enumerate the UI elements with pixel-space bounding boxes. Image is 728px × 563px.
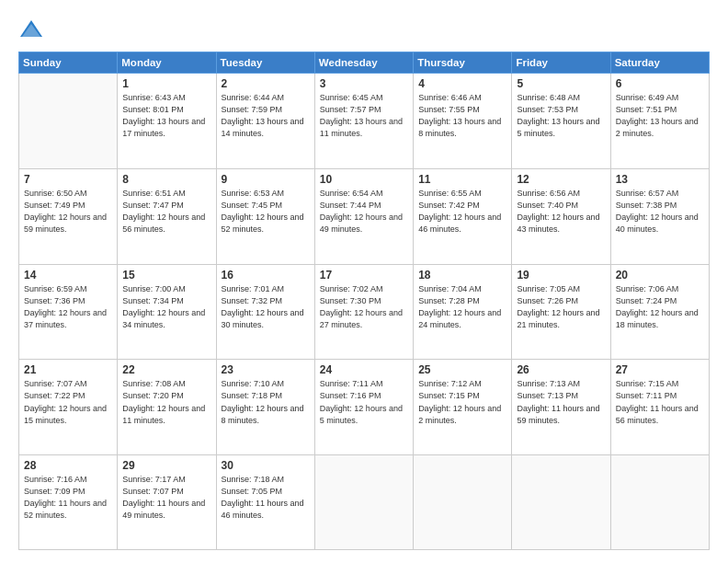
day-info: Sunrise: 7:15 AM Sunset: 7:11 PM Dayligh…: [616, 378, 704, 426]
day-number: 18: [418, 269, 506, 282]
day-info: Sunrise: 6:50 AM Sunset: 7:49 PM Dayligh…: [24, 188, 112, 236]
day-info: Sunrise: 7:10 AM Sunset: 7:18 PM Dayligh…: [222, 378, 310, 426]
day-number: 21: [24, 363, 112, 376]
day-number: 4: [418, 77, 506, 90]
table-cell: [314, 455, 413, 550]
th-saturday: Saturday: [610, 52, 709, 74]
th-friday: Friday: [512, 52, 610, 74]
table-cell: 6Sunrise: 6:49 AM Sunset: 7:51 PM Daylig…: [610, 74, 709, 169]
week-row-4: 21Sunrise: 7:07 AM Sunset: 7:22 PM Dayli…: [19, 360, 710, 455]
table-cell: 11Sunrise: 6:55 AM Sunset: 7:42 PM Dayli…: [414, 168, 512, 264]
table-cell: 3Sunrise: 6:45 AM Sunset: 7:57 PM Daylig…: [314, 74, 413, 169]
th-wednesday: Wednesday: [314, 52, 413, 74]
day-info: Sunrise: 6:51 AM Sunset: 7:47 PM Dayligh…: [122, 188, 210, 236]
week-row-2: 7Sunrise: 6:50 AM Sunset: 7:49 PM Daylig…: [19, 168, 710, 264]
day-number: 25: [418, 363, 506, 376]
day-info: Sunrise: 7:16 AM Sunset: 7:09 PM Dayligh…: [24, 474, 112, 522]
day-number: 28: [24, 459, 112, 472]
table-cell: 14Sunrise: 6:59 AM Sunset: 7:36 PM Dayli…: [19, 264, 118, 360]
day-number: 20: [616, 269, 704, 282]
day-number: 11: [418, 173, 506, 186]
table-cell: 19Sunrise: 7:05 AM Sunset: 7:26 PM Dayli…: [512, 264, 610, 360]
day-info: Sunrise: 6:45 AM Sunset: 7:57 PM Dayligh…: [320, 92, 408, 140]
day-info: Sunrise: 7:13 AM Sunset: 7:13 PM Dayligh…: [517, 378, 605, 426]
day-info: Sunrise: 6:48 AM Sunset: 7:53 PM Dayligh…: [517, 92, 605, 140]
table-cell: 20Sunrise: 7:06 AM Sunset: 7:24 PM Dayli…: [610, 264, 709, 360]
day-number: 22: [122, 363, 210, 376]
day-info: Sunrise: 7:04 AM Sunset: 7:28 PM Dayligh…: [418, 283, 506, 331]
table-cell: 15Sunrise: 7:00 AM Sunset: 7:34 PM Dayli…: [118, 264, 216, 360]
table-cell: 9Sunrise: 6:53 AM Sunset: 7:45 PM Daylig…: [216, 168, 314, 264]
day-number: 9: [222, 173, 310, 186]
table-cell: 28Sunrise: 7:16 AM Sunset: 7:09 PM Dayli…: [19, 455, 118, 550]
header: [18, 17, 710, 42]
day-number: 13: [616, 173, 704, 186]
table-cell: 30Sunrise: 7:18 AM Sunset: 7:05 PM Dayli…: [216, 455, 314, 550]
th-sunday: Sunday: [19, 52, 118, 74]
day-number: 1: [122, 77, 210, 90]
day-info: Sunrise: 7:12 AM Sunset: 7:15 PM Dayligh…: [418, 378, 506, 426]
day-number: 26: [517, 363, 605, 376]
day-info: Sunrise: 7:18 AM Sunset: 7:05 PM Dayligh…: [222, 474, 310, 522]
weekday-header-row: Sunday Monday Tuesday Wednesday Thursday…: [19, 52, 710, 74]
day-number: 30: [222, 459, 310, 472]
day-number: 10: [320, 173, 408, 186]
th-tuesday: Tuesday: [216, 52, 314, 74]
day-info: Sunrise: 7:06 AM Sunset: 7:24 PM Dayligh…: [616, 283, 704, 331]
day-info: Sunrise: 7:07 AM Sunset: 7:22 PM Dayligh…: [24, 378, 112, 426]
day-number: 27: [616, 363, 704, 376]
day-number: 8: [122, 173, 210, 186]
day-info: Sunrise: 6:56 AM Sunset: 7:40 PM Dayligh…: [517, 188, 605, 236]
th-thursday: Thursday: [414, 52, 512, 74]
day-info: Sunrise: 6:59 AM Sunset: 7:36 PM Dayligh…: [24, 283, 112, 331]
table-cell: 24Sunrise: 7:11 AM Sunset: 7:16 PM Dayli…: [314, 360, 413, 455]
day-number: 6: [616, 77, 704, 90]
table-cell: 4Sunrise: 6:46 AM Sunset: 7:55 PM Daylig…: [414, 74, 512, 169]
day-number: 12: [517, 173, 605, 186]
table-cell: [512, 455, 610, 550]
table-cell: 26Sunrise: 7:13 AM Sunset: 7:13 PM Dayli…: [512, 360, 610, 455]
day-info: Sunrise: 7:02 AM Sunset: 7:30 PM Dayligh…: [320, 283, 408, 331]
day-number: 15: [122, 269, 210, 282]
day-info: Sunrise: 7:11 AM Sunset: 7:16 PM Dayligh…: [320, 378, 408, 426]
day-info: Sunrise: 6:43 AM Sunset: 8:01 PM Dayligh…: [122, 92, 210, 140]
week-row-3: 14Sunrise: 6:59 AM Sunset: 7:36 PM Dayli…: [19, 264, 710, 360]
day-info: Sunrise: 6:57 AM Sunset: 7:38 PM Dayligh…: [616, 188, 704, 236]
table-cell: 21Sunrise: 7:07 AM Sunset: 7:22 PM Dayli…: [19, 360, 118, 455]
table-cell: 13Sunrise: 6:57 AM Sunset: 7:38 PM Dayli…: [610, 168, 709, 264]
week-row-5: 28Sunrise: 7:16 AM Sunset: 7:09 PM Dayli…: [19, 455, 710, 550]
table-cell: 22Sunrise: 7:08 AM Sunset: 7:20 PM Dayli…: [118, 360, 216, 455]
day-info: Sunrise: 7:01 AM Sunset: 7:32 PM Dayligh…: [222, 283, 310, 331]
day-number: 24: [320, 363, 408, 376]
th-monday: Monday: [118, 52, 216, 74]
day-info: Sunrise: 7:05 AM Sunset: 7:26 PM Dayligh…: [517, 283, 605, 331]
day-info: Sunrise: 6:44 AM Sunset: 7:59 PM Dayligh…: [222, 92, 310, 140]
table-cell: 12Sunrise: 6:56 AM Sunset: 7:40 PM Dayli…: [512, 168, 610, 264]
table-cell: 25Sunrise: 7:12 AM Sunset: 7:15 PM Dayli…: [414, 360, 512, 455]
day-info: Sunrise: 6:54 AM Sunset: 7:44 PM Dayligh…: [320, 188, 408, 236]
table-cell: 10Sunrise: 6:54 AM Sunset: 7:44 PM Dayli…: [314, 168, 413, 264]
day-info: Sunrise: 6:46 AM Sunset: 7:55 PM Dayligh…: [418, 92, 506, 140]
logo: [18, 17, 48, 42]
table-cell: 27Sunrise: 7:15 AM Sunset: 7:11 PM Dayli…: [610, 360, 709, 455]
table-cell: [414, 455, 512, 550]
table-cell: 8Sunrise: 6:51 AM Sunset: 7:47 PM Daylig…: [118, 168, 216, 264]
table-cell: 29Sunrise: 7:17 AM Sunset: 7:07 PM Dayli…: [118, 455, 216, 550]
table-cell: 2Sunrise: 6:44 AM Sunset: 7:59 PM Daylig…: [216, 74, 314, 169]
day-info: Sunrise: 7:17 AM Sunset: 7:07 PM Dayligh…: [122, 474, 210, 522]
logo-icon: [18, 17, 44, 42]
table-cell: 18Sunrise: 7:04 AM Sunset: 7:28 PM Dayli…: [414, 264, 512, 360]
table-cell: [19, 74, 118, 169]
day-number: 23: [222, 363, 310, 376]
page: Sunday Monday Tuesday Wednesday Thursday…: [0, 0, 728, 563]
table-cell: 1Sunrise: 6:43 AM Sunset: 8:01 PM Daylig…: [118, 74, 216, 169]
table-cell: 7Sunrise: 6:50 AM Sunset: 7:49 PM Daylig…: [19, 168, 118, 264]
day-number: 2: [222, 77, 310, 90]
day-number: 16: [222, 269, 310, 282]
day-info: Sunrise: 6:49 AM Sunset: 7:51 PM Dayligh…: [616, 92, 704, 140]
day-number: 5: [517, 77, 605, 90]
day-number: 7: [24, 173, 112, 186]
day-info: Sunrise: 7:08 AM Sunset: 7:20 PM Dayligh…: [122, 378, 210, 426]
day-number: 19: [517, 269, 605, 282]
day-info: Sunrise: 7:00 AM Sunset: 7:34 PM Dayligh…: [122, 283, 210, 331]
